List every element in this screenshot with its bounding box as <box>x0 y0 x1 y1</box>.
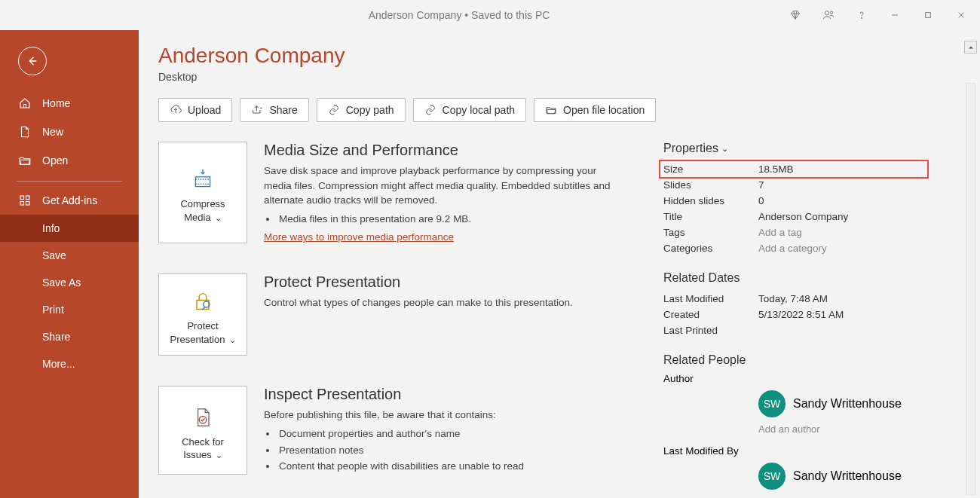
check-issues-button[interactable]: Check forIssues ⌄ <box>158 386 247 474</box>
sidebar-label: Info <box>42 222 60 234</box>
sidebar-item-home[interactable]: Home <box>0 89 139 118</box>
avatar: SW <box>758 463 786 490</box>
sidebar-label: More... <box>42 358 75 370</box>
scrollbar[interactable] <box>966 83 975 495</box>
sidebar-label: Save As <box>42 276 81 289</box>
property-tags[interactable]: TagsAdd a tag <box>663 225 927 240</box>
premium-icon[interactable] <box>779 4 811 26</box>
sidebar-item-addins[interactable]: Get Add-ins <box>0 186 139 215</box>
property-slides: Slides7 <box>663 177 927 193</box>
check-issues-icon <box>191 404 215 431</box>
new-icon <box>18 125 32 139</box>
last-modified-by-person[interactable]: SW Sandy Writtenhouse <box>758 460 927 493</box>
date-created: Created5/13/2022 8:51 AM <box>663 307 927 322</box>
sidebar-separator <box>17 181 122 182</box>
properties-header[interactable]: Properties⌄ <box>663 142 927 155</box>
sidebar-item-more[interactable]: More... <box>0 350 139 377</box>
property-hidden-slides: Hidden slides0 <box>663 193 927 209</box>
property-size: Size18.5MB <box>660 161 927 177</box>
open-icon <box>18 154 32 167</box>
button-label: Share <box>269 104 297 116</box>
back-button[interactable] <box>18 47 47 75</box>
home-icon <box>18 96 32 110</box>
inspect-block: Check forIssues ⌄ Inspect Presentation B… <box>158 386 648 474</box>
svg-point-1 <box>830 11 832 14</box>
inspect-bullet: Document properties and author's name <box>277 426 524 442</box>
button-label: Copy local path <box>443 104 516 116</box>
person-name: Sandy Writtenhouse <box>793 469 902 483</box>
titlebar: Anderson Company • Saved to this PC <box>0 0 980 30</box>
minimize-button[interactable] <box>879 4 911 26</box>
media-performance-link[interactable]: More ways to improve media performance <box>264 231 454 243</box>
svg-rect-9 <box>20 202 24 206</box>
sidebar-item-new[interactable]: New <box>0 118 139 146</box>
property-categories[interactable]: CategoriesAdd a category <box>663 240 927 256</box>
sidebar-label: Share <box>42 331 70 343</box>
date-last-printed: Last Printed <box>663 322 927 338</box>
sidebar-item-print[interactable]: Print <box>0 296 139 323</box>
backstage-sidebar: Home New Open Get Add-ins Info Save Save… <box>0 30 139 498</box>
protect-presentation-button[interactable]: ProtectPresentation ⌄ <box>158 273 247 356</box>
block-description: Control what types of changes people can… <box>264 295 573 310</box>
scroll-up-button[interactable] <box>964 41 977 53</box>
document-title: Anderson Company <box>158 44 980 68</box>
close-button[interactable] <box>945 4 977 26</box>
last-modified-by-label: Last Modified By <box>663 445 927 457</box>
chevron-down-icon: ⌄ <box>213 213 222 222</box>
protect-icon <box>191 288 215 315</box>
main-panel: Anderson Company Desktop Upload Share Co… <box>139 30 980 498</box>
sidebar-label: New <box>42 126 63 138</box>
block-description: Save disk space and improve playback per… <box>264 163 618 208</box>
related-dates-header: Related Dates <box>663 271 927 285</box>
button-label: Upload <box>188 104 221 116</box>
related-people-header: Related People <box>663 353 927 367</box>
svg-rect-4 <box>926 13 931 18</box>
date-last-modified: Last ModifiedToday, 7:48 AM <box>663 291 927 307</box>
svg-rect-8 <box>26 196 30 200</box>
sidebar-label: Get Add-ins <box>42 194 97 206</box>
sidebar-item-info[interactable]: Info <box>0 215 139 242</box>
media-size-bullet: Media files in this presentation are 9.2… <box>277 211 618 228</box>
chevron-down-icon: ⌄ <box>226 335 235 344</box>
svg-rect-7 <box>20 196 24 200</box>
sidebar-label: Open <box>42 154 68 167</box>
sidebar-label: Home <box>42 97 70 109</box>
protect-block: ProtectPresentation ⌄ Protect Presentati… <box>158 273 648 356</box>
sidebar-label: Print <box>42 304 64 316</box>
open-location-button[interactable]: Open file location <box>534 98 656 122</box>
compress-media-button[interactable]: CompressMedia ⌄ <box>158 142 247 243</box>
sidebar-item-save[interactable]: Save <box>0 242 139 269</box>
svg-point-0 <box>825 11 828 15</box>
media-block: CompressMedia ⌄ Media Size and Performan… <box>158 142 648 243</box>
block-title: Inspect Presentation <box>264 386 524 403</box>
author-name: Sandy Writtenhouse <box>793 397 902 411</box>
upload-button[interactable]: Upload <box>158 98 232 122</box>
sidebar-item-share[interactable]: Share <box>0 323 139 350</box>
svg-point-2 <box>861 17 862 18</box>
inspect-bullet: Content that people with disabilities ar… <box>277 458 524 475</box>
help-icon[interactable] <box>846 4 877 26</box>
chevron-down-icon: ⌄ <box>721 144 728 154</box>
sidebar-item-open[interactable]: Open <box>0 146 139 175</box>
svg-rect-11 <box>195 177 210 187</box>
copy-local-path-button[interactable]: Copy local path <box>413 98 527 122</box>
add-author[interactable]: Add an author <box>758 423 927 435</box>
share-button[interactable]: Share <box>240 98 308 122</box>
block-description: Before publishing this file, be aware th… <box>264 408 524 423</box>
compress-media-icon <box>191 166 215 193</box>
copy-path-button[interactable]: Copy path <box>317 98 406 122</box>
button-label: Copy path <box>346 104 394 116</box>
block-title: Protect Presentation <box>264 273 573 291</box>
property-title[interactable]: TitleAnderson Company <box>663 209 927 225</box>
sidebar-item-saveas[interactable]: Save As <box>0 269 139 296</box>
author-person[interactable]: SW Sandy Writtenhouse <box>758 387 927 420</box>
account-icon[interactable] <box>813 4 844 26</box>
author-label: Author <box>663 373 927 384</box>
chevron-down-icon: ⌄ <box>213 451 222 460</box>
avatar: SW <box>758 390 786 417</box>
button-label: Open file location <box>563 104 645 116</box>
window-title: Anderson Company • Saved to this PC <box>139 9 779 21</box>
block-title: Media Size and Performance <box>264 142 618 159</box>
maximize-button[interactable] <box>912 4 944 26</box>
addins-icon <box>18 194 32 207</box>
